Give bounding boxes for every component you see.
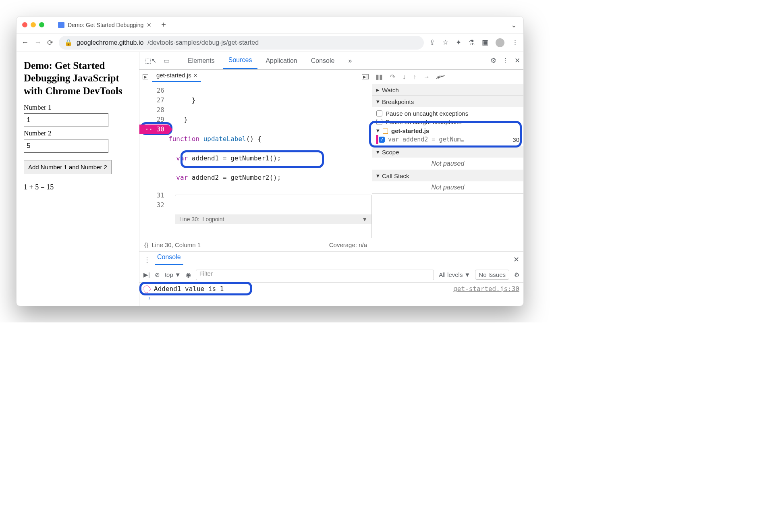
browser-tab[interactable]: Demo: Get Started Debugging ✕ xyxy=(52,17,157,33)
devtools-menu-icon[interactable]: ⋮ xyxy=(502,56,509,65)
tab-elements[interactable]: Elements xyxy=(182,52,220,69)
file-tab-name: get-started.js xyxy=(156,72,191,79)
number1-label: Number 1 xyxy=(24,104,132,112)
tabs-dropdown-icon[interactable]: ⌄ xyxy=(511,21,517,29)
demo-page: Demo: Get Started Debugging JavaScript w… xyxy=(17,52,139,306)
step-out-icon[interactable]: ↑ xyxy=(413,73,416,81)
cursor-position: Line 30, Column 1 xyxy=(151,241,201,248)
reload-button[interactable]: ⟳ xyxy=(47,38,53,47)
inspect-icon[interactable]: ⬚↖ xyxy=(143,57,159,64)
close-window-icon[interactable] xyxy=(22,22,27,27)
back-button[interactable]: ← xyxy=(21,38,29,47)
tab-console[interactable]: Console xyxy=(305,52,340,69)
update-icon[interactable]: ▣ xyxy=(482,38,488,47)
number2-input[interactable] xyxy=(24,139,108,153)
callstack-not-paused: Not paused xyxy=(372,181,523,193)
log-levels-selector[interactable]: All levels ▼ xyxy=(439,271,470,278)
settings-icon[interactable]: ⚙ xyxy=(490,56,496,65)
lock-icon: 🔒 xyxy=(64,39,73,46)
pause-caught-checkbox[interactable]: Pause on caught exceptions xyxy=(376,118,519,126)
navigator-toggle-icon[interactable]: ▶ xyxy=(143,74,148,79)
pause-uncaught-checkbox[interactable]: Pause on uncaught exceptions xyxy=(376,109,519,118)
favicon-icon xyxy=(58,22,64,28)
logpoint-type-dropdown-icon[interactable]: ▼ xyxy=(362,216,367,222)
step-icon[interactable]: → xyxy=(423,73,430,81)
log-source-link[interactable]: get-started.js:30 xyxy=(453,285,519,293)
console-drawer: ⋮ Console ✕ ▶| ⊘ top ▼ ◉ Filter All leve… xyxy=(139,251,523,306)
code-editor[interactable]: 26272829 ·· 30 3132 } } function updateL… xyxy=(139,84,372,238)
chrome-menu-icon[interactable]: ⋮ xyxy=(512,38,519,47)
tab-title: Demo: Get Started Debugging xyxy=(68,22,143,28)
section-breakpoints[interactable]: ▾ Breakpoints xyxy=(372,96,523,107)
console-sidebar-toggle-icon[interactable]: ▶| xyxy=(143,271,150,278)
section-scope[interactable]: ▾ Scope xyxy=(372,146,523,158)
url-host: googlechrome.github.io xyxy=(77,39,143,46)
device-toggle-icon[interactable]: ▭ xyxy=(161,57,172,64)
console-log-line[interactable]: Addend1 value is 1 get-started.js:30 xyxy=(143,285,519,293)
console-settings-icon[interactable]: ⚙ xyxy=(514,271,519,278)
breakpoint-entry[interactable]: ✓ var addend2 = getNum… 30 xyxy=(376,135,519,144)
js-file-icon xyxy=(383,129,388,134)
tab-application[interactable]: Application xyxy=(260,52,303,69)
deactivate-breakpoints-icon[interactable]: 🏷 xyxy=(437,73,444,81)
number1-input[interactable] xyxy=(24,113,108,127)
pretty-print-icon[interactable]: {} xyxy=(144,241,148,248)
forward-button[interactable]: → xyxy=(34,38,41,47)
url-input[interactable]: 🔒 googlechrome.github.io/devtools-sample… xyxy=(59,36,424,50)
console-toolbar: ▶| ⊘ top ▼ ◉ Filter All levels ▼ No Issu… xyxy=(139,267,523,283)
breakpoint-checkbox[interactable]: ✓ xyxy=(379,137,385,143)
logpoint-line-marker[interactable]: ·· 30 xyxy=(139,125,168,134)
step-over-icon[interactable]: ↷ xyxy=(390,73,395,81)
devtools-tabbar: ⬚↖ ▭ Elements Sources Application Consol… xyxy=(139,52,523,70)
code-area[interactable]: } } function updateLabel() { var addend1… xyxy=(168,84,372,238)
more-files-icon[interactable]: ▶| xyxy=(362,74,369,79)
result-text: 1 + 5 = 15 xyxy=(24,183,132,191)
number2-label: Number 2 xyxy=(24,129,132,137)
devtools: ⬚↖ ▭ Elements Sources Application Consol… xyxy=(139,52,523,306)
profile-avatar-icon[interactable] xyxy=(496,38,504,47)
bookmark-icon[interactable]: ☆ xyxy=(442,38,448,47)
scope-not-paused: Not paused xyxy=(372,158,523,170)
url-path: /devtools-samples/debug-js/get-started xyxy=(147,39,259,46)
gutter: 26272829 ·· 30 3132 xyxy=(139,84,168,238)
coverage-status: Coverage: n/a xyxy=(329,241,367,248)
tab-sources[interactable]: Sources xyxy=(223,52,258,69)
maximize-window-icon[interactable] xyxy=(39,22,44,27)
page-title: Demo: Get Started Debugging JavaScript w… xyxy=(24,59,132,97)
breakpoint-file-row[interactable]: ▾ get-started.js xyxy=(376,126,519,135)
section-callstack[interactable]: ▾ Call Stack xyxy=(372,170,523,181)
step-into-icon[interactable]: ↓ xyxy=(403,73,406,81)
drawer-menu-icon[interactable]: ⋮ xyxy=(143,255,151,264)
console-filter-input[interactable]: Filter xyxy=(196,270,434,280)
tabstrip: Demo: Get Started Debugging ✕ + ⌄ xyxy=(17,17,523,33)
new-tab-button[interactable]: + xyxy=(161,20,166,29)
file-tab-close-icon[interactable]: × xyxy=(194,72,197,79)
console-prompt[interactable]: › xyxy=(143,293,519,303)
editor-statusbar: {} Line 30, Column 1 Coverage: n/a xyxy=(139,238,372,251)
logpoint-editor[interactable]: Line 30: Logpoint ▼ 'Addend1 value is ',… xyxy=(175,195,372,238)
drawer-close-icon[interactable]: ✕ xyxy=(513,255,519,264)
tab-close-icon[interactable]: ✕ xyxy=(147,22,151,28)
minimize-window-icon[interactable] xyxy=(31,22,36,27)
address-bar: ← → ⟳ 🔒 googlechrome.github.io/devtools-… xyxy=(17,33,523,52)
devtools-close-icon[interactable]: ✕ xyxy=(515,56,520,65)
window-controls[interactable] xyxy=(20,22,44,27)
share-icon[interactable]: ⇪ xyxy=(429,38,435,47)
clear-console-icon[interactable]: ⊘ xyxy=(155,271,160,278)
issues-chip[interactable]: No Issues xyxy=(475,270,509,280)
live-expression-icon[interactable]: ◉ xyxy=(186,271,191,278)
pause-icon[interactable]: ▮▮ xyxy=(376,73,383,81)
section-watch[interactable]: ▸ Watch xyxy=(372,84,523,96)
context-selector[interactable]: top ▼ xyxy=(165,271,181,278)
debugger-sidebar: ▮▮ ↷ ↓ ↑ → 🏷 ▸ Watch ▾ Breakpoints Pause… xyxy=(372,70,523,251)
labs-icon[interactable]: ⚗ xyxy=(469,38,475,47)
drawer-tab-console[interactable]: Console xyxy=(155,254,183,265)
log-text: Addend1 value is 1 xyxy=(154,285,224,293)
browser-window: Demo: Get Started Debugging ✕ + ⌄ ← → ⟳ … xyxy=(16,16,524,306)
logpoint-badge-icon xyxy=(142,284,151,293)
file-tabbar: ▶ get-started.js × ▶| xyxy=(139,70,372,84)
extensions-icon[interactable]: ✦ xyxy=(456,38,461,47)
file-tab[interactable]: get-started.js × xyxy=(152,72,201,82)
tab-more[interactable]: » xyxy=(342,52,357,69)
add-button[interactable]: Add Number 1 and Number 2 xyxy=(24,160,112,174)
